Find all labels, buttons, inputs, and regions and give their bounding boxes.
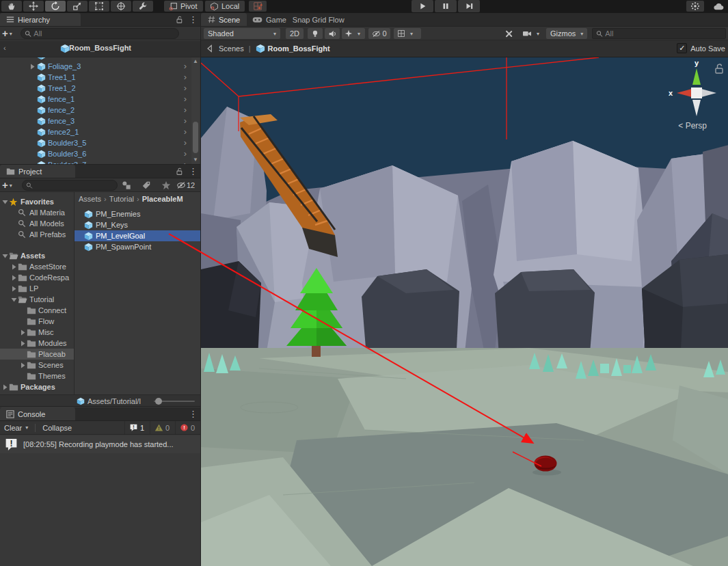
- project-tree-item-Modules[interactable]: Modules: [0, 338, 74, 349]
- step-button[interactable]: [458, 0, 480, 12]
- breadcrumb-segment[interactable]: PlaceableM: [142, 195, 183, 203]
- project-tree-item-Assets[interactable]: Assets: [0, 250, 74, 261]
- scroll-up-arrow[interactable]: ▲: [193, 59, 198, 64]
- asset-PM_Keys[interactable]: PM_Keys: [75, 219, 200, 230]
- project-tree-item-All-Materia[interactable]: All Materia: [0, 207, 74, 218]
- hierarchy-search-input[interactable]: [33, 29, 175, 38]
- favorites-filter-button[interactable]: [161, 180, 171, 190]
- open-prefab-chevron[interactable]: ›: [184, 126, 187, 137]
- hierarchy-scrollbar[interactable]: ▲ ▼: [191, 57, 200, 164]
- asset-PM_Enemies[interactable]: PM_Enemies: [75, 208, 200, 219]
- back-arrow-icon[interactable]: [206, 44, 214, 53]
- scroll-thumb[interactable]: [193, 122, 198, 153]
- open-prefab-chevron[interactable]: ›: [184, 148, 187, 159]
- tab-project[interactable]: Project: [0, 165, 75, 178]
- project-search-input[interactable]: [35, 181, 113, 189]
- prefab-root-title[interactable]: Room_BossFight: [0, 44, 200, 52]
- project-tree-item-Favorites[interactable]: Favorites: [0, 196, 74, 207]
- unlock-icon[interactable]: [175, 167, 183, 176]
- projection-mode-label[interactable]: < Persp: [678, 121, 707, 131]
- hidden-objects-toggle[interactable]: 12: [176, 180, 195, 190]
- hierarchy-item-fence_3[interactable]: fence_3›: [0, 116, 191, 126]
- hierarchy-item-fence_2[interactable]: fence_2›: [0, 105, 191, 116]
- hierarchy-item-Tree1_1[interactable]: Tree1_1›: [0, 72, 191, 83]
- hierarchy-item-Boulder3_7[interactable]: Boulder3_7›: [0, 159, 191, 164]
- tab-snap-grid-flow[interactable]: Snap Grid Flow: [286, 13, 351, 26]
- project-tree-item-Placeab[interactable]: Placeab: [0, 349, 74, 360]
- project-tree-item-Scenes[interactable]: Scenes: [0, 360, 74, 370]
- project-tree-item-All-Prefabs[interactable]: All Prefabs: [0, 229, 74, 240]
- collapse-button[interactable]: Collapse: [38, 421, 76, 434]
- expander[interactable]: [10, 264, 18, 270]
- project-tree-item-Packages[interactable]: Packages: [0, 381, 74, 392]
- gizmo-center-cube[interactable]: [691, 87, 702, 98]
- scene-search-field[interactable]: [592, 28, 726, 39]
- play-button[interactable]: [412, 0, 433, 12]
- pivot-toggle-button[interactable]: Pivot: [164, 1, 203, 12]
- project-tree-item-AssetStore[interactable]: AssetStore: [0, 261, 74, 272]
- expander[interactable]: [10, 286, 18, 292]
- audio-toggle[interactable]: [325, 28, 340, 39]
- expander[interactable]: [10, 275, 18, 281]
- project-tree-item-CodeRespa[interactable]: CodeRespa: [0, 272, 74, 283]
- project-tree-item-Connect[interactable]: Connect: [0, 305, 74, 316]
- project-tree-item-Themes[interactable]: Themes: [0, 370, 74, 381]
- lighting-toggle[interactable]: [308, 28, 323, 39]
- custom-tools-tool-button[interactable]: [133, 1, 153, 12]
- project-add-button[interactable]: +▾: [2, 180, 18, 191]
- rect-tool-button[interactable]: [89, 1, 109, 12]
- hierarchy-item-fence2_1[interactable]: fence2_1›: [0, 126, 191, 137]
- asset-PM_SpawnPoint[interactable]: PM_SpawnPoint: [75, 241, 200, 252]
- expander[interactable]: [19, 329, 27, 336]
- error-count-toggle[interactable]: ! 0: [175, 421, 200, 434]
- hierarchy-menu-button[interactable]: ⋮: [189, 14, 198, 25]
- scroll-down-arrow[interactable]: ▼: [193, 157, 198, 163]
- 2d-toggle[interactable]: 2D: [286, 28, 304, 39]
- rotate-tool-button[interactable]: [45, 1, 66, 12]
- breadcrumb-segment[interactable]: Assets: [79, 195, 101, 203]
- tab-scene[interactable]: Scene: [201, 13, 247, 26]
- project-tree-item-Misc[interactable]: Misc: [0, 327, 74, 338]
- open-prefab-chevron[interactable]: ›: [184, 72, 187, 82]
- hierarchy-item-Tree1_2[interactable]: Tree1_2›: [0, 83, 191, 94]
- search-by-label-button[interactable]: [141, 180, 151, 190]
- open-prefab-chevron[interactable]: ›: [184, 105, 187, 115]
- tab-hierarchy[interactable]: Hierarchy: [0, 13, 81, 26]
- expander[interactable]: [30, 64, 37, 70]
- camera-settings-dropdown[interactable]: ▾: [519, 28, 543, 39]
- effects-dropdown[interactable]: ▾: [342, 28, 365, 39]
- project-tree-item-LP[interactable]: LP: [0, 283, 74, 294]
- project-tree-item-All-Models[interactable]: All Models: [0, 218, 74, 229]
- hierarchy-item-Boulder3_5[interactable]: Boulder3_5›: [0, 137, 191, 148]
- transform-tool-button[interactable]: [111, 1, 131, 12]
- warning-count-toggle[interactable]: ! 0: [150, 421, 175, 434]
- hierarchy-search-field[interactable]: [21, 28, 179, 39]
- open-prefab-chevron[interactable]: ›: [184, 94, 187, 104]
- scale-tool-button[interactable]: [67, 1, 87, 12]
- open-prefab-chevron[interactable]: ›: [184, 159, 187, 164]
- breadcrumb-current-scene[interactable]: Room_BossFight: [268, 44, 330, 53]
- info-count-toggle[interactable]: ! 1: [124, 421, 150, 434]
- services-button[interactable]: [686, 1, 704, 12]
- tab-console[interactable]: Console: [0, 407, 75, 420]
- expander[interactable]: [19, 362, 27, 368]
- breadcrumb-segment[interactable]: Tutorial: [109, 195, 134, 203]
- hidden-objects-toggle[interactable]: 0: [368, 28, 390, 39]
- grid-snap-toggle[interactable]: [249, 1, 267, 12]
- ground[interactable]: [201, 348, 728, 566]
- expander[interactable]: [1, 200, 9, 204]
- search-by-type-button[interactable]: [122, 180, 131, 190]
- expander[interactable]: [1, 384, 9, 390]
- hierarchy-add-button[interactable]: +▾: [2, 28, 18, 39]
- auto-save-checkbox[interactable]: ✓: [677, 43, 687, 53]
- hierarchy-item-fence_1[interactable]: fence_1›: [0, 94, 191, 105]
- open-prefab-chevron[interactable]: ›: [184, 61, 187, 71]
- hierarchy-item-Boulder3_6[interactable]: Boulder3_6›: [0, 148, 191, 159]
- console-log-entry[interactable]: ! [08:20:55] Recording playmode has star…: [0, 435, 200, 453]
- gizmos-dropdown[interactable]: Gizmos▾: [546, 28, 587, 39]
- asset-PM_LevelGoal[interactable]: PM_LevelGoal: [75, 230, 200, 241]
- unlock-icon[interactable]: [175, 15, 183, 24]
- breadcrumb[interactable]: Assets›Tutorial›PlaceableM: [79, 195, 183, 203]
- open-prefab-chevron[interactable]: ›: [184, 57, 187, 60]
- thumbnail-zoom-slider[interactable]: [154, 401, 195, 402]
